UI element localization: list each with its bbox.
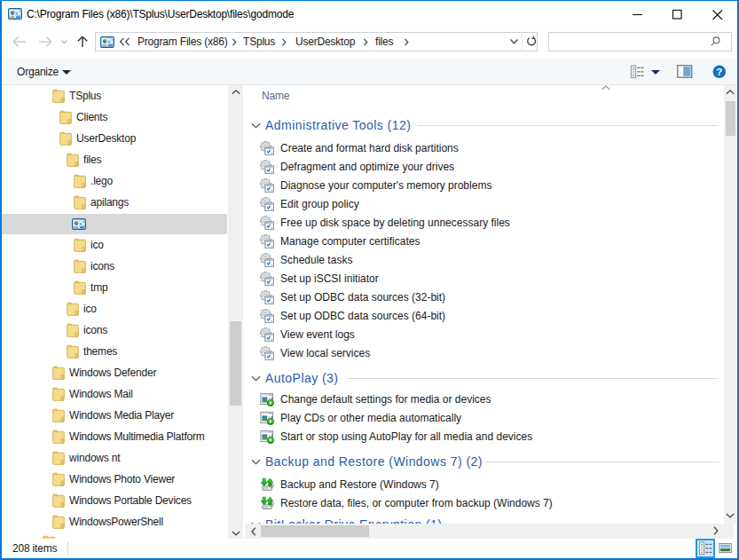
svg-text:?: ? (716, 67, 722, 77)
